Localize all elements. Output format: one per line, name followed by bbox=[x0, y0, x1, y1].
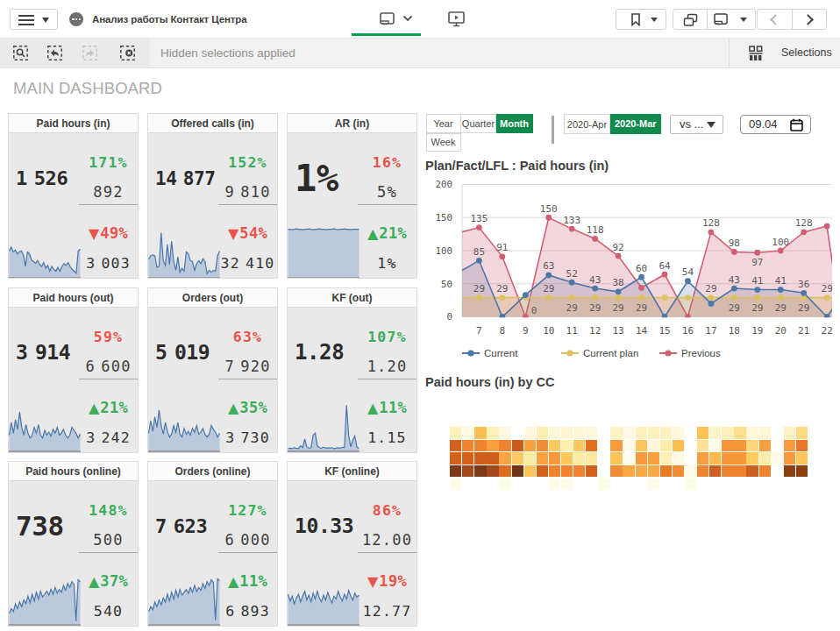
series-dot[interactable] bbox=[731, 294, 737, 301]
series-dot[interactable] bbox=[476, 258, 482, 264]
series-dot[interactable] bbox=[685, 314, 691, 320]
heatmap-cell[interactable] bbox=[623, 452, 634, 464]
series-dot[interactable] bbox=[801, 229, 807, 235]
heatmap-cell[interactable] bbox=[673, 427, 684, 439]
heatmap-cell[interactable] bbox=[561, 465, 573, 478]
filter-year-button[interactable]: Year bbox=[426, 114, 461, 133]
heatmap-cell[interactable] bbox=[660, 440, 672, 452]
series-dot[interactable] bbox=[616, 294, 622, 301]
heatmap-cell[interactable] bbox=[784, 465, 795, 478]
heatmap-cell[interactable] bbox=[474, 427, 486, 439]
heatmap-cell[interactable] bbox=[573, 440, 585, 452]
series-dot[interactable] bbox=[523, 292, 529, 298]
heatmap-cell[interactable] bbox=[734, 440, 745, 452]
series-dot[interactable] bbox=[685, 278, 691, 284]
heatmap-cell[interactable] bbox=[462, 452, 473, 464]
heatmap-cell[interactable] bbox=[586, 427, 597, 439]
kpi-card[interactable]: KF (out) 1.28 107% 1.20 ▲11% 1.15 bbox=[287, 287, 417, 453]
heatmap-cell[interactable] bbox=[623, 427, 634, 439]
series-dot[interactable] bbox=[592, 294, 598, 301]
heatmap-cell[interactable] bbox=[796, 440, 808, 452]
heatmap-cell[interactable] bbox=[636, 452, 647, 464]
series-dot[interactable] bbox=[592, 236, 598, 242]
presentation-icon[interactable] bbox=[448, 11, 465, 27]
series-dot[interactable] bbox=[662, 314, 668, 320]
heatmap-cell[interactable] bbox=[524, 465, 536, 478]
heatmap-cell[interactable] bbox=[759, 427, 771, 439]
step-back-icon[interactable] bbox=[47, 46, 62, 60]
heatmap-cell[interactable] bbox=[648, 452, 659, 464]
heatmap-cell[interactable] bbox=[660, 452, 672, 464]
series-dot[interactable] bbox=[638, 274, 644, 280]
heatmap-cell[interactable] bbox=[474, 452, 486, 464]
sheet-list-icon[interactable] bbox=[714, 13, 729, 26]
heatmap-cell[interactable] bbox=[610, 452, 622, 464]
heatmap-cell[interactable] bbox=[772, 452, 783, 464]
series-dot[interactable] bbox=[708, 301, 715, 307]
series-dot[interactable] bbox=[824, 223, 830, 230]
app-icon[interactable] bbox=[69, 12, 83, 26]
smart-search-icon[interactable] bbox=[13, 46, 28, 60]
heatmap-cell[interactable] bbox=[450, 440, 461, 452]
series-dot[interactable] bbox=[569, 280, 575, 286]
legend-label[interactable]: Current plan bbox=[583, 348, 638, 358]
heatmap-cell[interactable] bbox=[450, 452, 461, 464]
series-dot[interactable] bbox=[731, 249, 737, 255]
series-dot[interactable] bbox=[778, 287, 784, 293]
heatmap-cell[interactable] bbox=[734, 427, 745, 439]
series-dot[interactable] bbox=[545, 273, 552, 279]
heatmap-cell[interactable] bbox=[784, 452, 795, 464]
compare-dropdown[interactable]: vs ... bbox=[670, 115, 723, 134]
heatmap-cell[interactable] bbox=[660, 427, 672, 439]
series-dot[interactable] bbox=[801, 290, 807, 296]
series-dot[interactable] bbox=[708, 294, 715, 301]
heatmap-cell[interactable] bbox=[573, 452, 585, 464]
heatmap-cell[interactable] bbox=[722, 440, 733, 452]
heatmap-cell[interactable] bbox=[462, 465, 473, 478]
filter-week-button[interactable]: Week bbox=[426, 133, 461, 152]
heatmap-cell[interactable] bbox=[537, 465, 548, 478]
filter-month-button[interactable]: Month bbox=[496, 114, 533, 133]
line-chart[interactable]: 0501001502007891011121314151617181920212… bbox=[421, 175, 840, 364]
series-dot[interactable] bbox=[523, 314, 529, 320]
heatmap-cell[interactable] bbox=[697, 427, 708, 439]
heatmap-cell[interactable] bbox=[512, 440, 523, 452]
heatmap-cell[interactable] bbox=[462, 440, 473, 452]
heatmap-cell[interactable] bbox=[549, 427, 560, 439]
series-dot[interactable] bbox=[638, 294, 644, 301]
heatmap-cell[interactable] bbox=[573, 465, 585, 478]
heatmap-cell[interactable] bbox=[636, 465, 647, 478]
heatmap-cell[interactable] bbox=[623, 465, 634, 478]
series-dot[interactable] bbox=[824, 314, 830, 320]
heatmap-cell[interactable] bbox=[722, 465, 733, 478]
heatmap-cell[interactable] bbox=[512, 452, 523, 464]
series-dot[interactable] bbox=[685, 294, 691, 301]
main-menu-button[interactable] bbox=[10, 9, 58, 30]
heatmap-cell[interactable] bbox=[499, 440, 510, 452]
legend-label[interactable]: Current bbox=[484, 348, 518, 358]
heatmap-cell[interactable] bbox=[586, 465, 597, 478]
heatmap-cell[interactable] bbox=[598, 478, 609, 490]
heatmap-cell[interactable] bbox=[759, 465, 771, 478]
heatmap-cell[interactable] bbox=[499, 427, 510, 439]
heatmap-cell[interactable] bbox=[610, 427, 622, 439]
heatmap-cell[interactable] bbox=[685, 465, 696, 478]
heatmap-cell[interactable] bbox=[499, 478, 510, 490]
series-dot[interactable] bbox=[754, 250, 760, 256]
kpi-card[interactable]: Offered calls (in) 14 877 152% 9 810 ▼54… bbox=[147, 113, 278, 279]
heatmap-cell[interactable] bbox=[648, 465, 659, 478]
caret-down-icon[interactable] bbox=[740, 18, 747, 22]
filter-2020-mar-button[interactable]: 2020-Mar bbox=[610, 114, 661, 134]
heatmap-cell[interactable] bbox=[784, 427, 795, 439]
series-dot[interactable] bbox=[754, 287, 760, 293]
series-dot[interactable] bbox=[616, 253, 622, 259]
series-dot[interactable] bbox=[662, 294, 668, 301]
step-forward-icon[interactable] bbox=[82, 46, 97, 60]
heatmap-cell[interactable] bbox=[586, 440, 597, 452]
kpi-card[interactable]: Orders (online) 7 623 127% 6 000 ▲11% 6 … bbox=[147, 461, 278, 627]
heatmap-cell[interactable] bbox=[648, 478, 659, 490]
heatmap-cell[interactable] bbox=[734, 465, 745, 478]
heatmap-cell[interactable] bbox=[697, 440, 708, 452]
heatmap-cell[interactable] bbox=[487, 440, 498, 452]
heatmap-cell[interactable] bbox=[746, 452, 758, 464]
